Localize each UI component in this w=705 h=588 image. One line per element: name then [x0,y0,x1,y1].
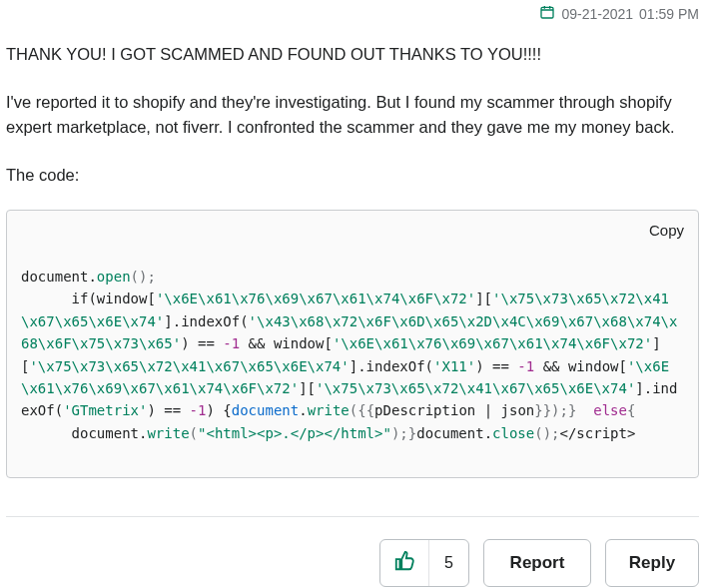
code-token: '\x75\x73\x65\x72\x41\x67\x65\x6E\x74' [316,380,635,396]
code-token: ( [190,425,198,441]
code-token: document. [21,425,147,441]
code-token: ({{ [350,402,374,418]
code-token: '\x6E\x61\x76\x69\x67\x61\x74\x6F\x72' [333,335,652,351]
post-timestamp: 09-21-2021 01:59 PM [6,0,699,24]
code-token: -1 [223,335,240,351]
code-token: ) == [181,335,223,351]
code-token: }});} [534,402,576,418]
code-token: write [308,402,350,418]
code-token: ].indexOf( [350,358,433,374]
code-token: pDescription | json [374,402,534,418]
copy-button[interactable]: Copy [649,219,684,243]
reply-button[interactable]: Reply [605,539,699,587]
post-date: 09-21-2021 [561,6,633,22]
code-token: open [97,269,131,285]
code-token: 'X11' [433,358,475,374]
code-token: -1 [190,402,207,418]
code-token: document. [21,269,97,285]
code-token: (); [131,269,156,285]
code-block: Copy document.open(); if(window['\x6E\x6… [6,210,699,477]
code-token: else [576,402,627,418]
code-token: </script> [560,425,636,441]
post-actions: 5 Report Reply [6,539,699,587]
post-paragraph: THANK YOU! I GOT SCAMMED AND FOUND OUT T… [6,42,699,68]
code-token: document [232,402,299,418]
code-token: document. [416,425,492,441]
post-body: THANK YOU! I GOT SCAMMED AND FOUND OUT T… [6,24,699,478]
code-token: if(window[ [21,291,156,306]
code-token: write [147,425,189,441]
code-token: ) == [147,402,189,418]
code-token: ][ [299,380,316,396]
code-token: . [299,402,307,418]
divider [6,516,699,517]
code-token: (); [534,425,559,441]
code-token: 'GTmetrix' [63,402,147,418]
like-count: 5 [428,540,468,586]
code-token: && window[ [534,358,627,374]
code-token: -1 [517,358,534,374]
code-token: ][ [475,291,492,306]
code-token: ].indexOf( [164,313,248,329]
code-token: ) == [475,358,517,374]
code-token: '\x75\x73\x65\x72\x41\x67\x65\x6E\x74' [29,358,349,374]
like-box: 5 [379,539,469,587]
post-paragraph: I've reported it to shopify and they're … [6,90,699,141]
post-time: 01:59 PM [639,6,699,22]
svg-rect-0 [541,7,553,18]
post-paragraph: The code: [6,163,699,189]
thumbs-up-icon [393,550,415,576]
code-token: );} [391,425,416,441]
code-token: "<html><p>.</p></html>" [198,425,391,441]
code-token: ) { [206,402,231,418]
calendar-icon [539,4,555,24]
code-token: close [492,425,534,441]
report-button[interactable]: Report [483,539,591,587]
code-token: && window[ [240,335,333,351]
code-token: '\x6E\x61\x76\x69\x67\x61\x74\x6F\x72' [156,291,475,306]
code-token: { [627,402,635,418]
like-button[interactable] [380,540,428,586]
